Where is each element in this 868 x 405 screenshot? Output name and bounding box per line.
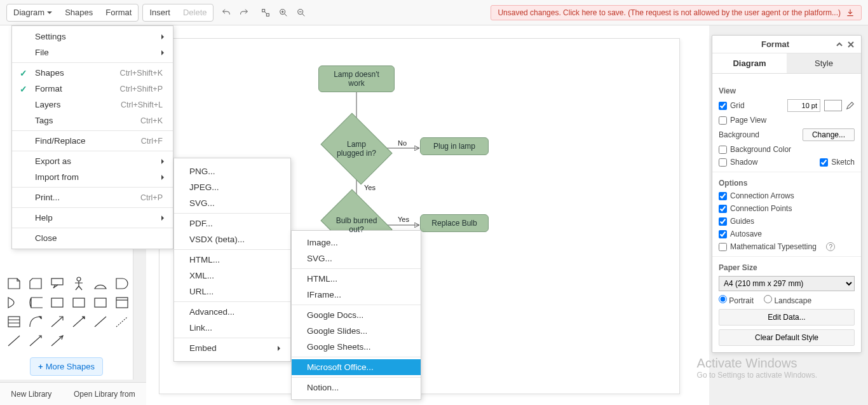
edit-data-button[interactable]: Edit Data...	[719, 309, 855, 326]
menu-print[interactable]: Print...Ctrl+P	[12, 189, 173, 205]
conn-points-checkbox[interactable]: Connection Points	[719, 204, 792, 213]
shape-and[interactable]	[5, 295, 23, 310]
conn-arrows-checkbox[interactable]: Connection Arrows	[719, 191, 794, 200]
shape-note[interactable]	[5, 276, 23, 291]
export-link[interactable]: Link...	[174, 320, 290, 336]
menu-file[interactable]: File	[12, 45, 173, 60]
insert-button[interactable]: Insert	[143, 4, 177, 21]
menu-close[interactable]: Close	[12, 230, 173, 246]
flow-node-decision-1[interactable]: Lamp plugged in?	[328, 127, 385, 171]
close-icon[interactable]	[847, 41, 855, 48]
menu-help[interactable]: Help	[12, 210, 173, 226]
menu-format[interactable]: FormatCtrl+Shift+P	[12, 81, 173, 97]
menu-export[interactable]: Export as	[12, 153, 173, 169]
sketch-checkbox[interactable]: Sketch	[820, 158, 855, 167]
grid-color-swatch[interactable]	[824, 100, 842, 111]
pageview-checkbox[interactable]: Page View	[719, 116, 766, 125]
tab-diagram[interactable]: Diagram	[712, 53, 787, 74]
shape-rect3[interactable]	[92, 295, 109, 310]
embed-html[interactable]: HTML...	[292, 271, 421, 287]
menu-layers[interactable]: LayersCtrl+Shift+L	[12, 97, 173, 113]
unsaved-warning[interactable]: Unsaved changes. Click here to save. (Th…	[491, 5, 862, 20]
embed-msoffice[interactable]: Microsoft Office...	[292, 359, 421, 375]
shape-list[interactable]	[5, 314, 23, 329]
autosave-checkbox[interactable]: Autosave	[719, 230, 762, 238]
menu-tags[interactable]: TagsCtrl+K	[12, 113, 173, 128]
zoom-out-button[interactable]	[292, 4, 310, 21]
shape-rect[interactable]	[48, 295, 66, 310]
tab-style[interactable]: Style	[787, 53, 861, 74]
zoom-out-icon	[296, 8, 306, 18]
more-shapes-button[interactable]: +More Shapes	[30, 357, 103, 376]
zoom-in-button[interactable]	[275, 4, 292, 21]
svg-rect-6	[51, 298, 63, 307]
shape-curve[interactable]	[27, 314, 44, 329]
shape-rect2[interactable]	[70, 295, 88, 310]
diagram-menu-button[interactable]: Diagram	[7, 4, 58, 21]
new-library-button[interactable]: New Library	[11, 390, 51, 399]
guides-checkbox[interactable]: Guides	[719, 217, 754, 226]
pencil-icon[interactable]	[846, 101, 855, 110]
shapes-menu-button[interactable]: Shapes	[58, 4, 99, 21]
redo-button[interactable]	[235, 4, 253, 21]
embed-gdocs[interactable]: Google Docs...	[292, 307, 421, 323]
embed-gsheets[interactable]: Google Sheets...	[292, 339, 421, 355]
math-checkbox[interactable]: Mathematical Typesetting	[719, 242, 817, 251]
shape-or[interactable]	[113, 276, 131, 291]
format-menu-button[interactable]: Format	[99, 4, 138, 21]
shape-datastore[interactable]	[27, 295, 44, 310]
bgcolor-checkbox[interactable]: Background Color	[719, 145, 791, 154]
view-heading: View	[719, 86, 855, 95]
shadow-checkbox[interactable]: Shadow	[719, 158, 757, 167]
flow-node-action-2[interactable]: Replace Bulb	[420, 214, 489, 232]
format-panel-title: Format	[719, 39, 832, 49]
fit-button[interactable]	[257, 4, 275, 21]
embed-notion[interactable]: Notion...	[292, 380, 421, 395]
change-bg-button[interactable]: Change...	[803, 128, 855, 141]
shape-arrow2[interactable]	[70, 314, 88, 329]
export-url[interactable]: URL...	[174, 284, 290, 299]
embed-image[interactable]: Image...	[292, 235, 421, 251]
menu-import[interactable]: Import from	[12, 169, 173, 185]
warning-text: Unsaved changes. Click here to save. (Th…	[498, 8, 841, 17]
export-svg[interactable]: SVG...	[174, 195, 290, 211]
shape-arrow3[interactable]	[27, 333, 44, 348]
export-pdf[interactable]: PDF...	[174, 216, 290, 231]
shape-arrow1[interactable]	[48, 314, 66, 329]
export-vsdx[interactable]: VSDX (beta)...	[174, 231, 290, 247]
grid-size-input[interactable]	[787, 99, 820, 112]
shape-frame[interactable]	[113, 295, 131, 310]
export-advanced[interactable]: Advanced...	[174, 304, 290, 320]
shape-callout[interactable]	[48, 276, 66, 291]
shape-actor[interactable]	[70, 276, 88, 291]
help-icon[interactable]: ?	[826, 242, 835, 251]
minimize-icon[interactable]	[836, 41, 843, 48]
export-embed[interactable]: Embed	[174, 340, 290, 356]
shape-line2[interactable]	[5, 333, 23, 348]
undo-button[interactable]	[217, 4, 235, 21]
shape-arrow4[interactable]	[48, 333, 66, 348]
shape-halfcircle[interactable]	[92, 276, 109, 291]
embed-gslides[interactable]: Google Slides...	[292, 323, 421, 339]
shape-card[interactable]	[27, 276, 44, 291]
grid-checkbox[interactable]: Grid	[719, 101, 745, 110]
papersize-select[interactable]: A4 (210 mm x 297 mm)	[719, 276, 855, 291]
shape-dashline[interactable]	[113, 314, 131, 329]
clear-default-button[interactable]: Clear Default Style	[719, 329, 855, 346]
embed-iframe[interactable]: IFrame...	[292, 287, 421, 303]
shape-line[interactable]	[92, 314, 109, 329]
flow-node-action-1[interactable]: Plug in lamp	[420, 137, 489, 155]
export-png[interactable]: PNG...	[174, 163, 290, 179]
menu-settings[interactable]: Settings	[12, 29, 173, 45]
svg-rect-9	[116, 298, 128, 308]
export-jpeg[interactable]: JPEG...	[174, 179, 290, 195]
embed-svg[interactable]: SVG...	[292, 251, 421, 266]
landscape-radio[interactable]: Landscape	[764, 295, 811, 305]
export-html[interactable]: HTML...	[174, 252, 290, 268]
menu-shapes[interactable]: ShapesCtrl+Shift+K	[12, 65, 173, 81]
export-xml[interactable]: XML...	[174, 268, 290, 284]
flow-node-start[interactable]: Lamp doesn't work	[318, 65, 395, 92]
open-library-button[interactable]: Open Library from	[74, 390, 135, 399]
portrait-radio[interactable]: Portrait	[719, 295, 754, 305]
menu-find[interactable]: Find/ReplaceCtrl+F	[12, 133, 173, 149]
